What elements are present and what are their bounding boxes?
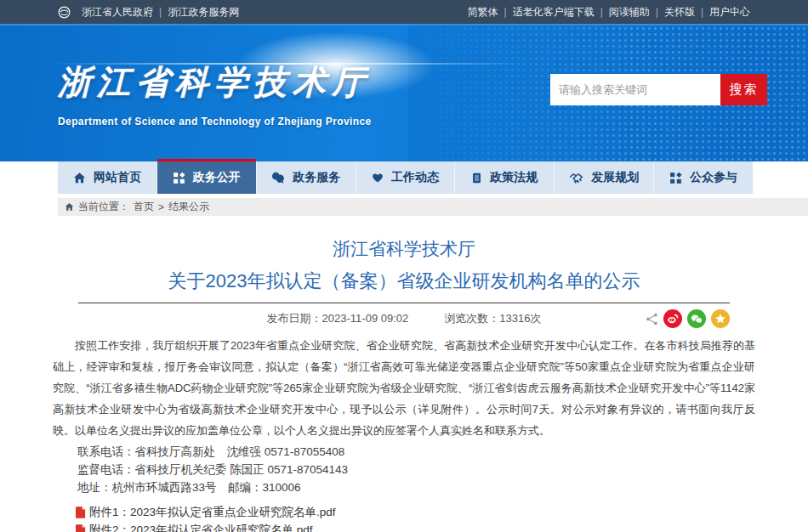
attachment-link-1[interactable]: 附件1：2023年拟认定省重点企业研究院名单.pdf xyxy=(53,503,755,521)
handshake-icon xyxy=(569,171,583,185)
main-navigation: 网站首页 政务公开 政务服务 工作动态 xyxy=(0,161,808,194)
breadcrumb-separator: > xyxy=(158,201,164,213)
search-button[interactable]: 搜索 xyxy=(720,74,767,105)
wechat-share-icon[interactable] xyxy=(687,309,706,328)
pdf-icon xyxy=(76,507,86,518)
nav-label: 政务公开 xyxy=(193,170,241,185)
home-icon xyxy=(73,172,86,184)
topbar-link-reading-aid[interactable]: 阅读辅助 xyxy=(600,5,650,20)
nav-item-development-planning[interactable]: 发展规划 xyxy=(555,161,654,194)
site-title-english: Department of Science and Technology of … xyxy=(58,116,372,127)
nav-item-work-news[interactable]: 工作动态 xyxy=(356,161,456,194)
article-title-line2: 关于2023年拟认定（备案）省级企业研发机构名单的公示 xyxy=(53,269,755,294)
address-line: 地址：杭州市环城西路33号 邮编：310006 xyxy=(53,478,755,496)
topbar-right: 简繁体 适老化客户端下载 阅读辅助 关怀版 用户中心 xyxy=(468,5,751,20)
search-input[interactable] xyxy=(550,74,720,105)
breadcrumb-current: 结果公示 xyxy=(168,200,209,214)
topbar-link-accessibility-client[interactable]: 适老化客户端下载 xyxy=(504,5,595,20)
topbar-link-care-version[interactable]: 关怀版 xyxy=(656,5,695,20)
document-icon xyxy=(471,172,482,184)
share-bar xyxy=(645,309,730,328)
breadcrumb-home-icon xyxy=(65,202,74,212)
topbar-link-zhejiang-service-net[interactable]: 浙江政务服务网 xyxy=(159,5,239,20)
attachment-link-2[interactable]: 附件2：2023年拟认定省企业研究院名单.pdf xyxy=(53,521,755,532)
contact-phone: 联系电话：省科技厅高新处 沈维强 0571-87055408 xyxy=(53,443,755,461)
breadcrumb-prefix: 当前位置： xyxy=(78,200,129,214)
header-banner: 浙江省科学技术厅 Department of Science and Techn… xyxy=(0,24,808,161)
topbar-left: 浙江省人民政府 浙江政务服务网 xyxy=(58,5,239,20)
contact-block: 联系电话：省科技厅高新处 沈维强 0571-87055408 监督电话：省科技厅… xyxy=(53,443,755,496)
pdf-icon xyxy=(76,524,86,532)
top-utility-bar: 浙江省人民政府 浙江政务服务网 简繁体 适老化客户端下载 阅读辅助 关怀版 用户… xyxy=(0,0,808,24)
nav-item-government-disclosure[interactable]: 政务公开 xyxy=(157,161,257,194)
nav-item-public-participation[interactable]: 公众参与 xyxy=(654,161,753,194)
disclosure-icon xyxy=(173,172,185,184)
nav-label: 工作动态 xyxy=(391,170,439,185)
nav-label: 政务服务 xyxy=(293,170,340,185)
nav-item-home[interactable]: 网站首页 xyxy=(58,161,157,194)
article-title-line1: 浙江省科学技术厅 xyxy=(53,237,755,261)
publish-date: 发布日期：2023-11-09 09:02 xyxy=(267,311,409,331)
article-body-paragraph: 按照工作安排，我厅组织开展了2023年省重点企业研究院、省企业研究院、省高新技术… xyxy=(53,335,755,441)
heart-icon xyxy=(372,172,384,184)
article: 浙江省科学技术厅 关于2023年拟认定（备案）省级企业研发机构名单的公示 发布日… xyxy=(53,237,755,532)
nav-label: 发展规划 xyxy=(591,170,639,185)
article-meta-bar: 发布日期：2023-11-09 09:02 浏览次数：13316次 xyxy=(78,303,730,331)
search-box: 搜索 xyxy=(550,74,767,105)
nav-item-policies-regulations[interactable]: 政策法规 xyxy=(455,161,555,194)
service-bubbles-icon xyxy=(271,171,285,184)
share-icon[interactable] xyxy=(645,312,658,325)
participation-icon xyxy=(669,172,682,184)
qzone-share-icon[interactable] xyxy=(711,309,730,328)
nav-item-government-services[interactable]: 政务服务 xyxy=(257,161,356,194)
view-count: 浏览次数：13316次 xyxy=(444,311,541,331)
gov-emblem-icon xyxy=(58,6,71,19)
topbar-link-user-center[interactable]: 用户中心 xyxy=(701,5,750,20)
nav-label: 公众参与 xyxy=(690,170,737,185)
breadcrumb: 当前位置： 首页 > 结果公示 xyxy=(58,198,808,216)
breadcrumb-link-home[interactable]: 首页 xyxy=(134,200,154,214)
site-brand: 浙江省科学技术厅 Department of Science and Techn… xyxy=(58,59,372,127)
topbar-link-provincial-government[interactable]: 浙江省人民政府 xyxy=(82,5,153,20)
attachment-list: 附件1：2023年拟认定省重点企业研究院名单.pdf 附件2：2023年拟认定省… xyxy=(53,503,755,532)
topbar-link-simplified-traditional[interactable]: 简繁体 xyxy=(468,5,498,20)
weibo-share-icon[interactable] xyxy=(663,309,682,328)
page: 浙江省人民政府 浙江政务服务网 简繁体 适老化客户端下载 阅读辅助 关怀版 用户… xyxy=(0,0,808,532)
site-title: 浙江省科学技术厅 xyxy=(58,59,372,105)
supervision-phone: 监督电话：省科技厅机关纪委 陈国正 0571-87054143 xyxy=(53,461,755,478)
nav-label: 网站首页 xyxy=(94,170,141,185)
nav-label: 政策法规 xyxy=(490,170,538,185)
